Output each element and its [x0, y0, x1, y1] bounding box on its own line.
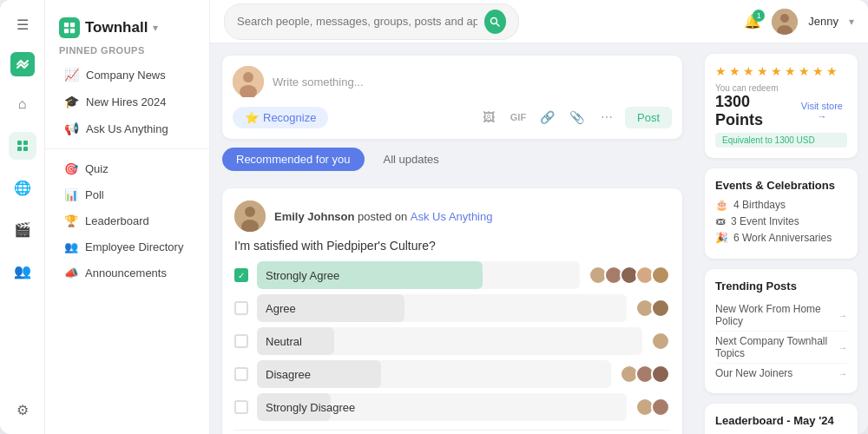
- sidebar-item-poll[interactable]: 📊 Poll: [50, 182, 204, 207]
- star-3: ★: [743, 64, 754, 78]
- notification-bell[interactable]: 🔔 1: [744, 13, 761, 30]
- menu-icon[interactable]: ☰: [9, 10, 36, 38]
- star-6: ★: [785, 64, 796, 78]
- anniversary-label: 6 Work Anniversaries: [733, 232, 832, 244]
- trending-arrow-2: →: [838, 369, 847, 378]
- svg-rect-1: [23, 141, 28, 145]
- poll-option-label-3: Disagree: [257, 368, 311, 381]
- settings-nav-icon[interactable]: ⚙: [9, 396, 36, 424]
- right-panel: ★ ★ ★ ★ ★ ★ ★ ★ ★ You can redeem 1300 Po…: [694, 43, 868, 434]
- trending-item-0[interactable]: New Work From Home Policy →: [715, 299, 847, 332]
- poll-checkbox-1[interactable]: [234, 301, 248, 315]
- announcements-icon: 📣: [64, 266, 78, 279]
- icon-rail: ☰ ⌂ 🌐 🎬 👥 ⚙: [0, 0, 45, 434]
- video-nav-icon[interactable]: 🎬: [9, 215, 36, 243]
- poll-checkbox-4[interactable]: [234, 400, 248, 414]
- svg-rect-4: [64, 23, 69, 27]
- composer-top: Write something...: [233, 66, 672, 97]
- leaderboard-card: Leaderboard - May '24 J John Jacob 1302 …: [705, 404, 858, 434]
- link-icon[interactable]: 🔗: [536, 106, 559, 128]
- townhall-header: Townhall ▾: [45, 10, 209, 42]
- post-footer: 🔥 12 👍 10 👏 9 🔥 9: [234, 430, 670, 434]
- townhall-logo: [59, 17, 80, 38]
- poll-voters-3: [620, 365, 670, 384]
- poll-option-1: Agree: [234, 294, 670, 322]
- points-card: ★ ★ ★ ★ ★ ★ ★ ★ ★ You can redeem 1300 Po…: [705, 54, 858, 158]
- recognize-star-icon: ⭐: [245, 111, 259, 124]
- post-question: I'm satisfied with Piedpiper's Culture?: [234, 239, 670, 253]
- composer-avatar: [233, 66, 264, 97]
- user-menu-chevron-icon[interactable]: ▾: [849, 16, 854, 28]
- sidebar: Townhall ▾ Pinned Groups 📈 Company News …: [45, 0, 210, 434]
- star-1: ★: [715, 64, 727, 78]
- svg-point-17: [245, 207, 255, 217]
- event-invite-icon: 🎟: [715, 215, 726, 227]
- svg-point-8: [491, 17, 497, 23]
- trending-title: Trending Posts: [715, 279, 847, 293]
- sidebar-item-announcements[interactable]: 📣 Announcements: [50, 260, 204, 286]
- poll-options: ✓ Strongly Agree: [234, 261, 670, 421]
- poll-bar-1: Agree: [257, 294, 627, 322]
- poll-option-label-0: Strongly Agree: [257, 269, 339, 282]
- points-equivalent: Equivalent to 1300 USD: [715, 133, 847, 148]
- home-nav-icon[interactable]: ⌂: [9, 90, 36, 118]
- sidebar-item-new-hires[interactable]: 🎓 New Hires 2024: [50, 89, 204, 115]
- poll-label: Poll: [85, 188, 104, 201]
- image-upload-icon[interactable]: 🖼: [477, 106, 500, 128]
- quiz-label: Quiz: [85, 162, 108, 175]
- search-input[interactable]: [237, 15, 477, 28]
- poll-option-4: Strongly Disagree: [234, 393, 670, 421]
- post-group-link[interactable]: Ask Us Anything: [411, 210, 493, 223]
- poll-checkbox-3[interactable]: [234, 367, 248, 381]
- feed-tabs: Recommended for you All updates: [222, 148, 682, 171]
- app-logo: [10, 52, 35, 76]
- ask-us-icon: 📢: [64, 122, 79, 135]
- sidebar-item-company-news[interactable]: 📈 Company News: [50, 62, 204, 88]
- poll-option-label-4: Strongly Disagree: [257, 401, 355, 414]
- sidebar-item-leaderboard[interactable]: 🏆 Leaderboard: [50, 208, 204, 233]
- svg-point-14: [243, 72, 253, 82]
- people-nav-icon[interactable]: 👥: [9, 257, 36, 285]
- trending-arrow-1: →: [838, 343, 847, 352]
- poll-checkbox-0[interactable]: ✓: [234, 268, 248, 282]
- townhall-title: Townhall: [85, 19, 148, 36]
- tab-all-updates[interactable]: All updates: [370, 148, 453, 171]
- directory-label: Employee Directory: [85, 240, 183, 253]
- new-hires-icon: 🎓: [64, 95, 79, 108]
- search-button[interactable]: [484, 10, 506, 34]
- quiz-icon: 🎯: [64, 162, 78, 175]
- more-options-icon[interactable]: ⋯: [595, 106, 618, 128]
- sidebar-item-quiz[interactable]: 🎯 Quiz: [50, 156, 204, 181]
- composer-actions: ⭐ Recognize 🖼 GIF 🔗 📎 ⋯ Post: [233, 106, 672, 128]
- svg-rect-5: [70, 23, 75, 27]
- attachment-icon[interactable]: 📎: [566, 106, 589, 128]
- recognize-button[interactable]: ⭐ Recognize: [233, 107, 328, 128]
- event-anniversaries: 🎉 6 Work Anniversaries: [715, 232, 847, 244]
- poll-icon: 📊: [64, 188, 78, 201]
- leaderboard-icon: 🏆: [64, 214, 78, 227]
- user-avatar: [772, 9, 798, 35]
- star-5: ★: [771, 64, 782, 78]
- post-meta: Emily Johnson posted on Ask Us Anything: [274, 210, 492, 223]
- svg-rect-0: [17, 141, 22, 145]
- points-row: 1300 Points Visit store →: [715, 93, 847, 129]
- new-hires-label: New Hires 2024: [86, 95, 167, 108]
- star-4: ★: [757, 64, 768, 78]
- poll-option-3: Disagree: [234, 360, 670, 388]
- gif-icon[interactable]: GIF: [507, 106, 529, 128]
- sidebar-item-ask-us[interactable]: 📢 Ask Us Anything: [50, 115, 204, 141]
- redeem-label: You can redeem: [715, 83, 847, 93]
- poll-voters-1: [635, 299, 670, 318]
- visit-store-button[interactable]: Visit store →: [797, 101, 847, 122]
- write-something-placeholder[interactable]: Write something...: [273, 76, 672, 89]
- globe-nav-icon[interactable]: 🌐: [9, 174, 36, 201]
- feed-nav-icon[interactable]: [9, 132, 36, 160]
- post-button[interactable]: Post: [625, 107, 672, 128]
- trending-card: Trending Posts New Work From Home Policy…: [705, 269, 858, 393]
- tab-recommended[interactable]: Recommended for you: [222, 148, 365, 171]
- trending-item-1[interactable]: Next Company Townhall Topics →: [715, 332, 847, 364]
- sidebar-item-directory[interactable]: 👥 Employee Directory: [50, 234, 204, 260]
- poll-checkbox-2[interactable]: [234, 334, 248, 348]
- trending-item-2[interactable]: Our New Joiners →: [715, 364, 847, 383]
- poll-option-label-2: Neutral: [257, 335, 302, 348]
